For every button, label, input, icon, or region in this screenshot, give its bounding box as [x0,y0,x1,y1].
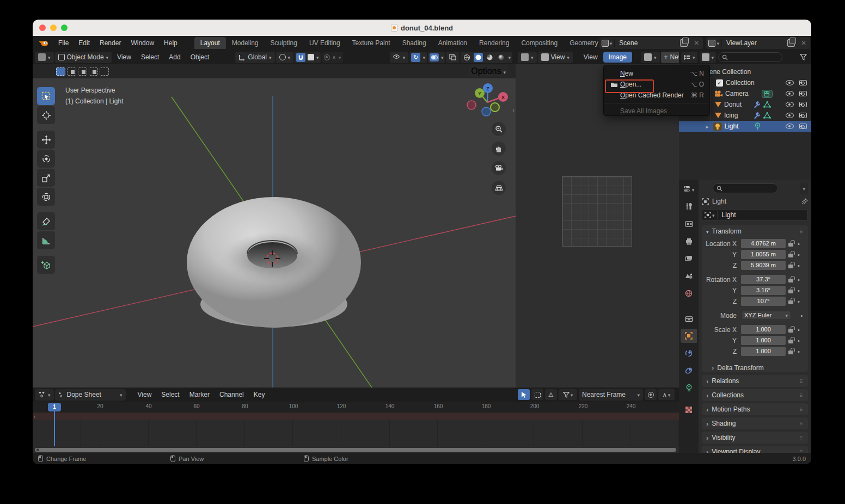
rotation-y-input[interactable]: 3.16° [741,286,786,295]
rotation-mode-dropdown[interactable]: XYZ Euler [741,311,791,320]
eye-icon[interactable] [786,91,794,96]
tool-add-primitive[interactable] [37,256,55,274]
channel-region-collapse[interactable] [34,414,35,420]
scale-z-input[interactable]: 1.000 [741,347,786,356]
scale-x-input[interactable]: 1.000 [741,325,786,334]
show-errors-toggle[interactable]: ⚠ [545,389,557,400]
select-mode-new-button[interactable] [56,67,65,76]
shading-rendered-button[interactable] [497,53,506,62]
collection-checkbox[interactable] [716,79,723,87]
outliner-row-light[interactable]: Light [679,121,811,132]
tab-object-data[interactable] [681,381,697,395]
proportional-edit-toggle[interactable] [645,389,657,400]
zoom-window-button[interactable] [61,24,68,31]
pin-icon[interactable] [801,198,808,205]
lock-icon[interactable] [788,337,795,344]
snap-target-icon[interactable] [308,54,314,60]
tab-world[interactable] [681,286,697,300]
gizmo-axis-y-neg[interactable] [491,103,499,112]
camera-toggle-icon[interactable] [799,91,807,96]
menu-item-open-cached-render[interactable]: Open Cached Render ⌘ R [604,90,709,101]
keyframe-dot-icon[interactable] [795,251,803,258]
display-mode-button[interactable] [681,52,697,63]
tool-transform[interactable] [37,188,55,206]
display-mode-dropdown[interactable]: View [538,52,573,63]
tab-uv-editing[interactable]: UV Editing [303,37,346,49]
lock-icon[interactable] [788,276,795,283]
menu-help[interactable]: Help [159,38,182,48]
select-mode-invert-button[interactable] [89,67,98,76]
scene-selector[interactable]: Scene ✕ [599,37,703,49]
snap-mode-dropdown[interactable]: Nearest Frame [579,389,643,401]
tool-rotate[interactable] [37,150,55,168]
lock-icon[interactable] [788,251,795,258]
dope-menu-marker[interactable]: Marker [185,391,214,398]
expand-arrow-icon[interactable] [706,122,709,130]
location-x-input[interactable]: 4.0762 m [741,239,786,248]
view-layer-selector[interactable]: ViewLayer ✕ [706,37,810,49]
menu-window[interactable]: Window [126,38,159,48]
rotation-x-input[interactable]: 37.3° [741,275,786,284]
navigation-gizmo[interactable]: Z Y X [467,82,508,123]
location-y-input[interactable]: 1.0055 m [741,250,786,259]
image-editor-menu-view[interactable]: View [579,53,602,61]
collections-panel[interactable]: Collections [702,389,808,401]
new-view-layer-icon[interactable] [787,39,795,47]
keyframe-dot-icon[interactable] [795,287,803,294]
tool-measure[interactable] [37,231,55,249]
drag-handle-icon[interactable] [799,434,804,441]
dope-menu-key[interactable]: Key [249,391,270,398]
lock-icon[interactable] [788,326,795,333]
chevron-down-icon[interactable] [339,53,341,61]
tab-scene[interactable] [681,269,697,283]
chevron-down-icon[interactable] [508,53,511,61]
unlink-scene-icon[interactable]: ✕ [690,39,703,47]
tab-sculpting[interactable]: Sculpting [265,37,303,49]
tab-physics[interactable] [681,346,697,360]
tab-rendering[interactable]: Rendering [473,37,515,49]
dope-mode-dropdown[interactable]: Dope Sheet [55,389,126,401]
gizmo-toggle[interactable]: ↻ [411,53,420,62]
viewport-menu-add[interactable]: Add [164,53,185,61]
lock-icon[interactable] [788,348,795,355]
hide-channels-toggle[interactable] [531,389,543,400]
drag-handle-icon[interactable] [799,405,804,413]
drag-handle-icon[interactable] [799,228,804,235]
breadcrumb-object-name[interactable]: Light [712,198,726,205]
tab-texture[interactable] [681,403,697,417]
outliner-search-input[interactable] [718,52,782,62]
image-placeholder-grid[interactable] [562,176,632,247]
visibility-panel[interactable]: Visibility [702,432,808,444]
delta-transform-panel-header[interactable]: Delta Transform [712,364,804,372]
chevron-down-icon[interactable] [316,53,319,61]
properties-search-input[interactable] [713,183,778,193]
keyframe-dot-icon[interactable] [795,276,803,283]
shading-wireframe-button[interactable] [462,53,472,62]
lock-icon[interactable] [788,240,795,247]
camera-view-button[interactable] [492,161,506,175]
playhead-line[interactable] [54,411,55,446]
eye-icon[interactable] [786,113,794,118]
tab-modeling[interactable]: Modeling [226,37,265,49]
keyframe-dot-icon[interactable] [795,337,803,344]
gizmo-axis-x-neg[interactable] [467,101,476,109]
falloff-dropdown[interactable]: ∧ [658,389,675,400]
tool-scale[interactable] [37,169,55,187]
rotation-z-input[interactable]: 107° [741,297,786,306]
eye-icon[interactable] [786,124,794,129]
keyframe-dot-icon[interactable] [795,298,803,305]
show-gizmo-dropdown[interactable] [390,52,409,63]
shading-material-button[interactable] [485,53,494,62]
tab-animation[interactable]: Animation [432,37,473,49]
viewport-menu-object[interactable]: Object [186,53,214,61]
relations-panel[interactable]: Relations [702,375,808,387]
menu-file[interactable]: File [53,38,74,48]
eye-icon[interactable] [786,80,794,85]
tab-object[interactable] [681,329,697,343]
shading-panel[interactable]: Shading [702,417,808,429]
new-scene-icon[interactable] [680,39,688,47]
drag-handle-icon[interactable] [799,391,804,399]
timeline-ruler[interactable]: 1 20 40 60 80 100 120 140 160 180 200 22… [33,402,679,413]
tab-constraints[interactable] [681,364,697,378]
only-selected-toggle[interactable] [518,389,530,400]
